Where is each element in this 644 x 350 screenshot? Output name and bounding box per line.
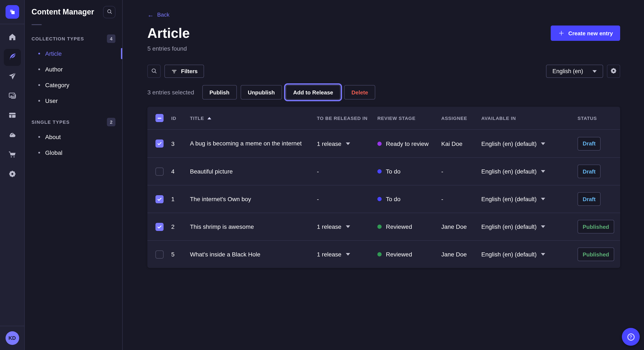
- sidebar-item-global[interactable]: Global: [25, 145, 122, 160]
- main-content: ← Back Article 5 entries found Create ne…: [123, 0, 644, 350]
- layout-icon: [8, 111, 16, 121]
- sort-asc-icon: [208, 117, 211, 119]
- cell-review-stage: Reviewed: [377, 251, 441, 258]
- cell-release[interactable]: 1 release: [317, 251, 377, 258]
- chevron-down-icon: [541, 142, 545, 145]
- toolbar-right: English (en): [546, 65, 620, 78]
- rail-item-feather[interactable]: [4, 49, 21, 66]
- bullet-icon: [38, 68, 40, 70]
- cell-assignee: Jane Doe: [441, 223, 481, 230]
- section-count-badge: 4: [107, 34, 116, 43]
- rail-item-layout[interactable]: [4, 108, 21, 125]
- table-row[interactable]: 5What's inside a Black Hole1 releaseRevi…: [147, 240, 620, 268]
- toolbar-left: Filters: [147, 65, 204, 78]
- rail-item-gear[interactable]: [4, 166, 21, 183]
- check-icon: [157, 141, 162, 146]
- table-row[interactable]: 2This shrimp is awesome1 releaseReviewed…: [147, 213, 620, 240]
- gear-icon: [8, 170, 16, 180]
- nav-rail-items: [4, 24, 21, 183]
- help-button[interactable]: ?: [622, 328, 640, 346]
- row-checkbox[interactable]: [156, 195, 164, 203]
- table-header-row: IDTITLETO BE RELEASED INREVIEW STAGEASSI…: [147, 107, 620, 130]
- locale-select[interactable]: English (en): [546, 65, 603, 78]
- sidebar-item-about[interactable]: About: [25, 129, 122, 145]
- filter-icon: [171, 68, 178, 75]
- row-checkbox[interactable]: [156, 140, 164, 148]
- cell-status: Draft: [578, 165, 620, 178]
- sidebar-item-label: About: [45, 133, 61, 140]
- filters-button[interactable]: Filters: [164, 65, 204, 78]
- delete-button[interactable]: Delete: [344, 85, 375, 100]
- paper-plane-icon: [8, 72, 16, 82]
- table-row[interactable]: 3A bug is becoming a meme on the interne…: [147, 130, 620, 157]
- cell-status: Draft: [578, 137, 620, 150]
- table-row[interactable]: 1The internet's Own boy-To do-English (e…: [147, 185, 620, 213]
- back-label: Back: [157, 11, 170, 18]
- sidebar-item-label: User: [45, 97, 58, 104]
- settings-button[interactable]: [607, 65, 620, 78]
- cell-locale[interactable]: English (en) (default): [481, 168, 578, 175]
- bullet-icon: [38, 100, 40, 101]
- logo-area: [0, 0, 24, 24]
- page-header: Article 5 entries found Create new entry: [147, 25, 620, 52]
- column-header-title[interactable]: TITLE: [190, 116, 317, 121]
- entries-count: 5 entries found: [147, 45, 190, 52]
- cell-title: Beautiful picture: [190, 158, 317, 185]
- cell-locale[interactable]: English (en) (default): [481, 140, 578, 147]
- unpublish-button[interactable]: Unpublish: [240, 85, 282, 100]
- rail-item-cart[interactable]: [4, 147, 21, 164]
- sidebar-item-label: Global: [45, 149, 62, 156]
- stage-dot-icon: [377, 141, 382, 146]
- cell-release[interactable]: 1 release: [317, 140, 377, 147]
- publish-button[interactable]: Publish: [202, 85, 236, 100]
- cell-assignee: -: [441, 196, 481, 202]
- selection-actions: PublishUnpublishAdd to ReleaseDelete: [202, 85, 375, 100]
- media-images-icon: [8, 91, 16, 102]
- cell-locale[interactable]: English (en) (default): [481, 196, 578, 202]
- cell-locale[interactable]: English (en) (default): [481, 251, 578, 258]
- sidebar-item-author[interactable]: Author: [25, 61, 122, 77]
- strapi-logo-icon[interactable]: [5, 5, 19, 19]
- sidebar-item-article[interactable]: Article: [25, 45, 122, 61]
- row-checkbox[interactable]: [156, 223, 164, 231]
- search-button[interactable]: [103, 6, 116, 18]
- sidebar-item-user[interactable]: User: [25, 93, 122, 108]
- rail-item-media-images[interactable]: [4, 88, 21, 105]
- cell-status: Published: [578, 247, 620, 261]
- rail-item-paper-plane[interactable]: [4, 68, 21, 85]
- avatar[interactable]: KD: [5, 331, 19, 345]
- home-icon: [8, 33, 16, 43]
- table-row[interactable]: 4Beautiful picture-To do-English (en) (d…: [147, 157, 620, 185]
- section-label: COLLECTION TYPES: [32, 36, 84, 41]
- locale-value: English (en): [552, 68, 583, 74]
- add-to-release-button[interactable]: Add to Release: [286, 85, 340, 100]
- cell-id: 4: [171, 168, 190, 175]
- divider: [32, 24, 42, 25]
- bullet-icon: [38, 52, 40, 54]
- subnav-section: SINGLE TYPES2AboutGlobal: [25, 118, 122, 160]
- cell-release[interactable]: 1 release: [317, 223, 377, 230]
- cart-icon: [8, 150, 16, 160]
- back-link[interactable]: ← Back: [147, 11, 170, 18]
- create-new-entry-button[interactable]: Create new entry: [551, 25, 620, 41]
- subnav: Content Manager COLLECTION TYPES4Article…: [25, 0, 123, 350]
- select-all-checkbox[interactable]: [156, 114, 164, 122]
- cell-title: This shrimp is awesome: [190, 213, 317, 240]
- section-head: COLLECTION TYPES4: [25, 34, 122, 43]
- rail-item-cloud[interactable]: [4, 127, 21, 144]
- chevron-down-icon: [592, 70, 597, 72]
- status-badge: Published: [578, 220, 614, 233]
- column-header-id: ID: [171, 116, 190, 121]
- row-checkbox[interactable]: [156, 167, 164, 175]
- selection-summary: 3 entries selected: [147, 89, 194, 96]
- cell-id: 3: [171, 140, 190, 147]
- cell-assignee: -: [441, 168, 481, 175]
- row-checkbox[interactable]: [156, 250, 164, 258]
- cell-assignee: Kai Doe: [441, 140, 481, 147]
- section-label: SINGLE TYPES: [32, 120, 70, 125]
- rail-item-home[interactable]: [4, 29, 21, 46]
- cell-locale[interactable]: English (en) (default): [481, 223, 578, 230]
- search-entries-button[interactable]: [147, 65, 160, 78]
- cloud-icon: [8, 131, 16, 141]
- sidebar-item-category[interactable]: Category: [25, 77, 122, 93]
